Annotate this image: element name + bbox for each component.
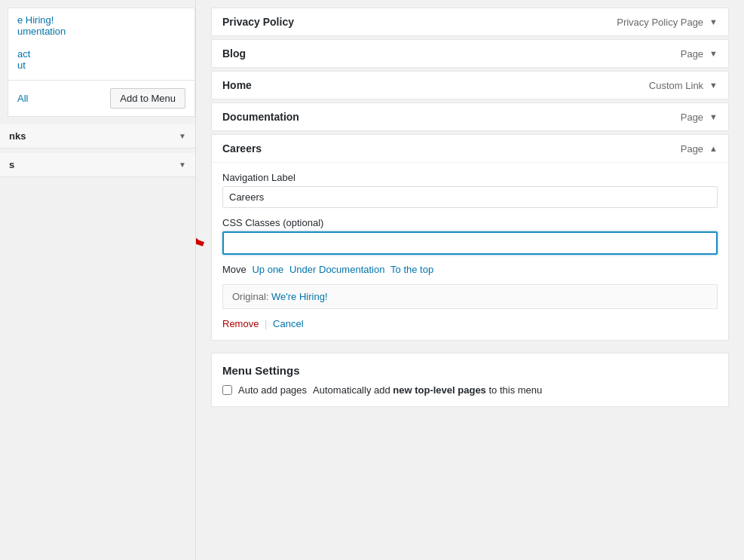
original-link[interactable]: We're Hiring! xyxy=(271,291,327,302)
red-arrow-annotation xyxy=(196,220,226,271)
custom-links-chevron-icon: ▼ xyxy=(179,132,186,140)
categories-label: s xyxy=(9,159,14,170)
careers-expanded-body: Navigation Label CSS Classes (optional) xyxy=(212,162,728,340)
sidebar: e Hiring! umentation act ut All Add to M… xyxy=(0,0,196,560)
select-all-link[interactable]: All xyxy=(17,93,28,104)
css-classes-wrapper xyxy=(222,231,718,264)
documentation-type: Page xyxy=(681,112,703,123)
categories-accordion: s ▼ xyxy=(0,153,195,177)
custom-links-accordion: nks ▼ xyxy=(0,124,195,148)
move-label: Move xyxy=(222,264,246,275)
original-label: Original: xyxy=(232,291,268,302)
privacy-policy-type: Privacy Policy Page xyxy=(617,17,703,28)
menu-settings-title: Menu Settings xyxy=(222,364,718,377)
nav-label-input[interactable] xyxy=(222,186,718,208)
remove-link[interactable]: Remove xyxy=(222,318,259,329)
auto-add-pages-checkbox[interactable] xyxy=(222,385,232,395)
action-separator: | xyxy=(265,318,267,329)
blog-chevron-icon: ▼ xyxy=(709,49,718,58)
menu-settings-section: Menu Settings Auto add pages Automatical… xyxy=(211,353,729,407)
sidebar-links-list: e Hiring! umentation act ut xyxy=(8,8,194,80)
blog-right: Page ▼ xyxy=(681,48,718,60)
original-box: Original: We're Hiring! xyxy=(222,284,718,309)
sidebar-hiring-link[interactable]: e Hiring! xyxy=(17,14,54,26)
auto-add-pages-row: Auto add pages Automatically add new top… xyxy=(222,384,718,396)
documentation-title: Documentation xyxy=(222,111,299,123)
action-links: Remove | Cancel xyxy=(222,318,718,329)
blog-type: Page xyxy=(681,48,703,60)
auto-add-pages-label: Auto add pages xyxy=(238,384,307,396)
sidebar-documentation-link[interactable]: umentation xyxy=(17,26,66,37)
sidebar-contact-link[interactable]: act xyxy=(17,48,30,60)
privacy-policy-title: Privacy Policy xyxy=(222,16,294,28)
css-classes-label: CSS Classes (optional) xyxy=(222,217,718,228)
home-title: Home xyxy=(222,79,252,91)
menu-item-careers: Careers Page ▲ Navigation Label CSS Clas… xyxy=(211,134,729,341)
careers-header[interactable]: Careers Page ▲ xyxy=(212,135,728,162)
sidebar-bottom-bar: All Add to Menu xyxy=(8,80,194,116)
menu-item-home[interactable]: Home Custom Link ▼ xyxy=(211,71,729,99)
custom-links-label: nks xyxy=(9,130,26,142)
home-right: Custom Link ▼ xyxy=(649,80,718,91)
main-content: Privacy Policy Privacy Policy Page ▼ Blo… xyxy=(196,0,744,560)
privacy-policy-chevron-icon: ▼ xyxy=(709,17,718,26)
auto-add-pages-description: Automatically add new top-level pages to… xyxy=(313,384,542,396)
custom-links-accordion-header[interactable]: nks ▼ xyxy=(0,124,195,148)
home-chevron-icon: ▼ xyxy=(709,81,718,90)
menu-item-blog[interactable]: Blog Page ▼ xyxy=(211,39,729,68)
css-classes-input[interactable] xyxy=(222,231,718,255)
careers-title: Careers xyxy=(222,142,262,155)
sidebar-pages-section: e Hiring! umentation act ut All Add to M… xyxy=(8,8,195,117)
cancel-link[interactable]: Cancel xyxy=(273,318,303,329)
sidebar-about-link[interactable]: ut xyxy=(17,60,26,71)
move-up-one-link[interactable]: Up one xyxy=(252,264,283,275)
home-type: Custom Link xyxy=(649,80,703,91)
move-under-documentation-link[interactable]: Under Documentation xyxy=(289,264,384,275)
move-links-container: Move Up one Under Documentation To the t… xyxy=(222,264,718,275)
menu-item-privacy-policy[interactable]: Privacy Policy Privacy Policy Page ▼ xyxy=(211,8,729,36)
categories-chevron-icon: ▼ xyxy=(179,161,186,169)
documentation-chevron-icon: ▼ xyxy=(709,112,718,121)
privacy-policy-right: Privacy Policy Page ▼ xyxy=(617,17,718,28)
move-to-top-link[interactable]: To the top xyxy=(390,264,433,275)
menu-item-documentation[interactable]: Documentation Page ▼ xyxy=(211,103,729,131)
documentation-right: Page ▼ xyxy=(681,112,718,123)
nav-label-label: Navigation Label xyxy=(222,172,718,183)
categories-accordion-header[interactable]: s ▼ xyxy=(0,153,195,177)
careers-right: Page ▲ xyxy=(681,143,718,155)
blog-title: Blog xyxy=(222,47,246,60)
careers-type: Page xyxy=(681,143,703,155)
careers-chevron-icon: ▲ xyxy=(709,144,718,153)
add-to-menu-button[interactable]: Add to Menu xyxy=(110,88,185,109)
